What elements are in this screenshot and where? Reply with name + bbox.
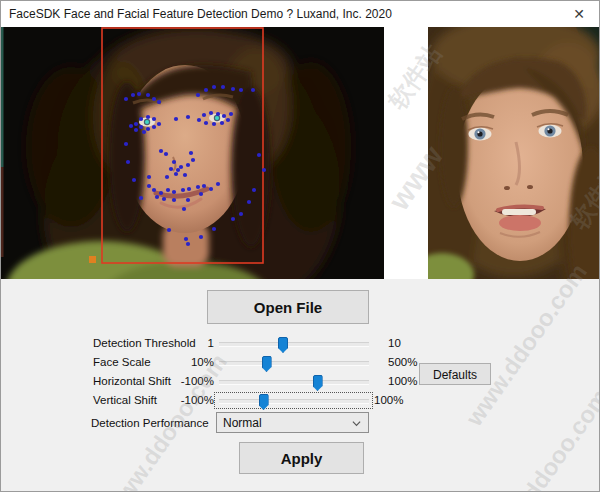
close-icon[interactable]: ✕ bbox=[573, 5, 585, 23]
vertical-shift-slider[interactable] bbox=[215, 393, 372, 408]
horizontal-shift-slider[interactable] bbox=[215, 374, 372, 389]
vertical-shift-max: 100% bbox=[374, 394, 403, 406]
detection-threshold-slider[interactable] bbox=[215, 336, 372, 351]
cropped-face-image bbox=[428, 27, 600, 279]
detection-performance-select[interactable]: Normal bbox=[216, 412, 369, 433]
face-scale-slider[interactable] bbox=[215, 355, 372, 370]
apply-button[interactable]: Apply bbox=[239, 442, 364, 474]
slider-thumb[interactable] bbox=[278, 337, 288, 353]
detection-threshold-min: 1 bbox=[129, 337, 214, 349]
vertical-shift-row: Vertical Shift -100% 100% bbox=[1, 393, 600, 408]
photo-edge-artifact-bottom bbox=[1, 167, 4, 257]
face-scale-max: 500% bbox=[388, 356, 417, 368]
photo-edge-artifact-top bbox=[1, 27, 4, 167]
face-scale-row: Face Scale 10% 500% bbox=[1, 355, 600, 370]
face-scale-min: 10% bbox=[129, 356, 214, 368]
slider-thumb[interactable] bbox=[262, 356, 272, 372]
slider-thumb[interactable] bbox=[313, 375, 323, 391]
horizontal-shift-min: -100% bbox=[129, 375, 214, 387]
vertical-shift-min: -100% bbox=[129, 394, 214, 406]
box-corner-marker bbox=[89, 256, 96, 263]
detection-performance-row: Detection Performance Normal bbox=[1, 412, 600, 434]
open-file-button[interactable]: Open File bbox=[207, 290, 369, 324]
window-title: FaceSDK Face and Facial Feature Detectio… bbox=[9, 7, 392, 21]
control-panel: Open File Detection Threshold 1 10 Face … bbox=[1, 279, 600, 492]
detection-performance-label: Detection Performance bbox=[91, 417, 209, 429]
defaults-button[interactable]: Defaults bbox=[419, 363, 491, 385]
slider-thumb[interactable] bbox=[259, 394, 269, 410]
detection-threshold-max: 10 bbox=[388, 337, 401, 349]
selected-performance-value: Normal bbox=[223, 416, 262, 430]
detection-result-image bbox=[1, 27, 384, 279]
title-bar: FaceSDK Face and Facial Feature Detectio… bbox=[1, 1, 599, 27]
horizontal-shift-row: Horizontal Shift -100% 100% bbox=[1, 374, 600, 389]
chevron-down-icon bbox=[352, 419, 361, 428]
horizontal-shift-max: 100% bbox=[388, 375, 417, 387]
image-strip bbox=[1, 27, 600, 279]
detection-threshold-row: Detection Threshold 1 10 bbox=[1, 336, 600, 351]
app-window: FaceSDK Face and Facial Feature Detectio… bbox=[0, 0, 600, 492]
